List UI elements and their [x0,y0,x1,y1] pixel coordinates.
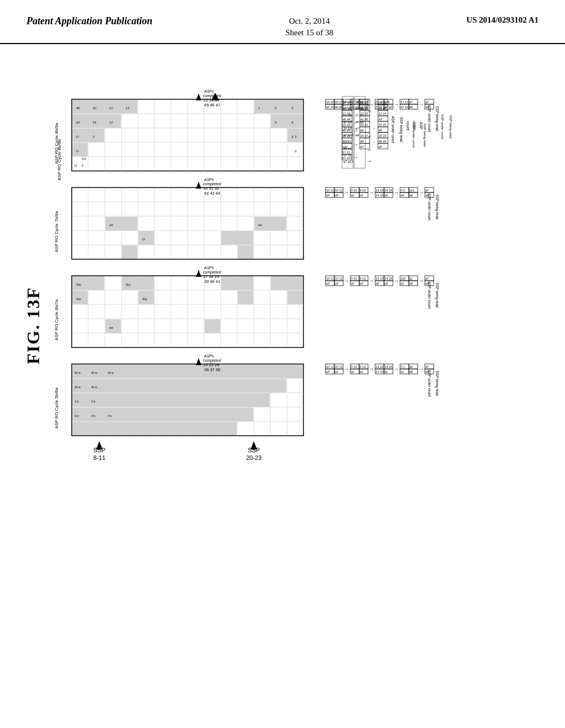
svg-text:4 5: 4 5 [401,189,405,192]
svg-text:2 23: 2 23 [376,105,382,109]
svg-rect-116 [105,319,121,333]
svg-text:a4: a4 [258,223,262,227]
svg-rect-151 [72,422,237,435]
svg-text:3|a: 3|a [126,283,131,286]
svg-rect-72 [138,231,154,245]
svg-text:4|a: 4|a [76,297,81,301]
svg-text:9 10: 9 10 [360,365,366,368]
svg-text:a1 a3: a1 a3 [351,105,359,109]
svg-text:→: → [369,190,374,195]
svg-text:a8: a8 [376,282,379,285]
svg-text:11: 11 [109,106,113,110]
svg-text:a4 15: a4 15 [326,105,334,109]
svg-text:a3: a3 [360,282,363,285]
svg-text:14 15: 14 15 [376,370,383,373]
svg-text:a7: a7 [425,189,429,192]
svg-text:2: 2 [82,164,84,167]
svg-text:→: → [372,127,376,130]
svg-text:a0: a0 [76,121,80,124]
svg-text:30  31  32: 30 31 32 [203,186,219,191]
svg-text:O: O [76,135,79,138]
svg-text:a4: a4 [335,282,338,285]
svg-text:a0: a0 [360,129,364,132]
svg-text:a1: a1 [401,282,404,285]
svg-text:a2 u5: a2 u5 [343,129,350,132]
svg-text:aa: aa [109,326,113,329]
svg-text:16 17: 16 17 [335,100,343,104]
svg-text:a9: a9 [401,194,404,197]
svg-text:ASP under count: ASP under count [428,105,431,132]
svg-text:14 15: 14 15 [379,123,386,126]
svg-rect-148 [72,379,286,393]
svg-text:ASPs: ASPs [204,89,214,93]
svg-text:→: → [353,154,358,160]
svg-text:a7: a7 [409,100,413,104]
svg-text:9 10: 9 10 [351,189,357,192]
svg-text:40 b: 40 b [74,371,81,374]
svg-rect-23 [254,100,303,114]
svg-text:→: → [394,278,399,283]
svg-text:SSP being read: SSP being read [435,371,439,396]
svg-text:→: → [353,128,358,133]
svg-text:O: O [74,164,77,167]
patent-number: US 2014/0293102 A1 [466,15,539,25]
svg-text:a10: a10 [385,100,390,104]
svg-text:→: → [369,101,374,107]
svg-text:→: → [394,366,399,372]
svg-text:8-11: 8-11 [93,454,105,461]
svg-text:18 19: 18 19 [379,134,386,137]
svg-text:9 10: 9 10 [351,277,357,280]
svg-text:a9: a9 [409,194,413,197]
svg-rect-74 [221,231,253,245]
svg-text:a2 u5: a2 u5 [360,105,367,109]
svg-text:a1 a3: a1 a3 [360,117,368,121]
publication-title: Patent Application Publication [26,15,152,27]
svg-text:SSP being read: SSP being read [435,282,439,308]
svg-text:13: 13 [126,106,130,110]
svg-text:ASP under count: ASP under count [428,193,431,220]
svg-text:a1: a1 [385,370,388,373]
svg-text:14 15: 14 15 [385,277,392,280]
svg-text:→: → [344,366,349,372]
sheet-info: Sheet 15 of 38 [285,28,333,37]
svg-text:17: 17 [109,121,113,124]
svg-text:a2: a2 [351,370,354,373]
svg-text:a9: a9 [409,282,413,285]
svg-rect-150 [72,408,253,421]
svg-text:17 11: 17 11 [343,151,350,154]
svg-text:a11: a11 [409,189,414,192]
svg-text:17 11: 17 11 [401,100,408,104]
svg-text:a2: a2 [351,282,354,285]
svg-text:ASP: ASP [419,122,423,130]
svg-text:27  28  29: 27 28 29 [203,274,219,279]
svg-text:→: → [353,142,358,147]
svg-text:a10: a10 [401,277,406,280]
svg-text:ASP under count: ASP under count [441,114,444,140]
svg-text:a9: a9 [409,365,413,368]
svg-text:ASP RO Cycle 8b/9a: ASP RO Cycle 8b/9a [55,122,59,164]
svg-text:16 17: 16 17 [360,134,368,137]
svg-text:a9: a9 [355,133,359,137]
svg-text:3 b: 3 b [91,400,95,403]
svg-text:10 11: 10 11 [335,189,343,192]
svg-text:ASPs: ASPs [204,178,214,181]
svg-text:→: → [366,147,372,153]
svg-text:a4: a4 [326,370,329,373]
svg-text:9 10: 9 10 [360,277,366,280]
svg-text:a7 a11: a7 a11 [343,160,354,163]
svg-text:45  46  47: 45 46 47 [204,103,220,108]
svg-text:3 b: 3 b [91,414,95,417]
svg-text:ASPs: ASPs [204,266,214,270]
svg-text:a9: a9 [409,105,413,109]
svg-marker-437 [96,441,103,449]
svg-text:10: 10 [93,106,97,110]
diagram-svg: ASP RO Cycle 8b/9a [55,88,541,596]
svg-text:17 18: 17 18 [343,112,350,115]
svg-text:4 1: 4 1 [401,365,405,368]
publication-date: Oct. 2, 2014 [289,17,330,25]
svg-text:a7: a7 [425,277,429,280]
svg-text:ASP RO Cycle 7b/8a: ASP RO Cycle 7b/8a [55,211,59,252]
svg-text:13 14: 13 14 [379,112,386,115]
svg-text:16: 16 [93,121,97,124]
svg-text:a7: a7 [360,145,364,148]
